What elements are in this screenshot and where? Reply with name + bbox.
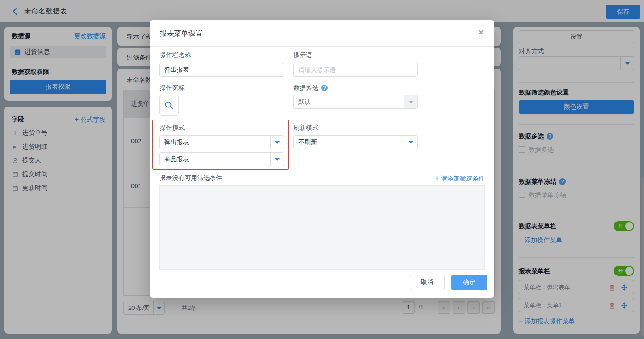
action-icon-label: 操作图标 <box>160 84 185 92</box>
tip-input[interactable] <box>293 63 418 77</box>
operation-mode-label: 操作模式 <box>160 124 185 132</box>
operation-mode-select[interactable]: 弹出报表 <box>159 135 284 149</box>
cancel-button[interactable]: 取消 <box>410 275 445 290</box>
close-icon[interactable]: × <box>478 26 484 38</box>
caret-down-icon <box>270 136 284 149</box>
action-icon-button[interactable] <box>159 95 179 116</box>
confirm-button[interactable]: 确定 <box>451 275 487 290</box>
add-filter-link[interactable]: +请添加筛选条件 <box>435 174 485 183</box>
caret-down-icon <box>270 153 284 166</box>
operation-target-select[interactable]: 商品报表 <box>159 152 284 166</box>
report-menu-settings-modal: 报表菜单设置 × 操作栏名称 提示语 操作图标 数据多选? 默认 操作模式 弹出… <box>150 20 494 298</box>
tip-label: 提示语 <box>293 51 312 60</box>
filter-conditions-area <box>159 185 485 270</box>
app-root: 未命名数据表 保存 数据源 更改数据源 进货信息 数据获取权限 报表权限 字段 … <box>0 0 644 339</box>
data-multiselect-select[interactable]: 默认 <box>293 95 418 109</box>
refresh-mode-label: 刷新模式 <box>293 124 318 132</box>
refresh-mode-select[interactable]: 不刷新 <box>293 135 418 149</box>
search-icon <box>164 100 174 110</box>
data-multiselect-label: 数据多选? <box>293 84 328 92</box>
plus-icon: + <box>435 174 439 182</box>
filter-note: 报表没有可用筛选条件 <box>160 174 222 182</box>
action-name-label: 操作栏名称 <box>160 51 191 60</box>
help-icon[interactable]: ? <box>321 85 328 91</box>
modal-title: 报表菜单设置 <box>160 29 203 39</box>
caret-down-icon <box>404 136 417 149</box>
modal-header-divider <box>150 46 494 47</box>
action-name-input[interactable] <box>159 63 284 77</box>
caret-down-icon <box>404 95 417 108</box>
